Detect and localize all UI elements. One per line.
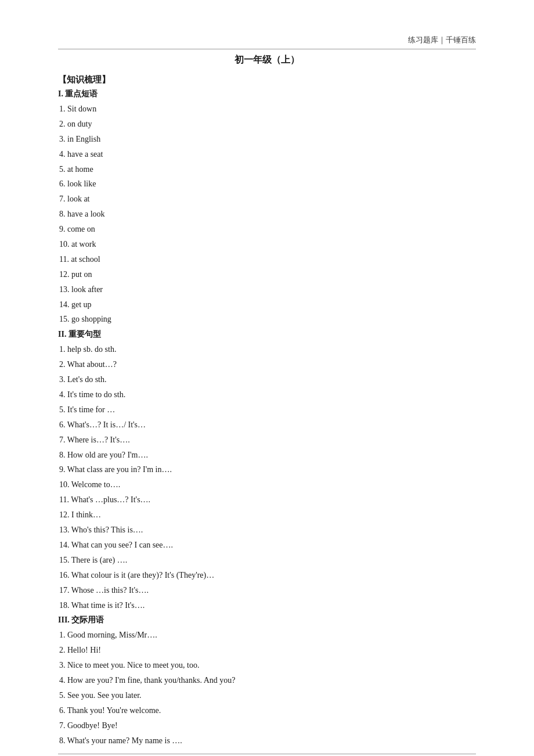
section1: I. 重点短语 1. Sit down 2. on duty 3. in Eng… xyxy=(58,89,476,327)
section1-items: 1. Sit down 2. on duty 3. in English 4. … xyxy=(58,102,476,327)
list-item: 3. Let's do sth. xyxy=(59,372,476,387)
list-item: 5. See you. See you later. xyxy=(59,688,476,703)
list-item: 2. Hello! Hi! xyxy=(59,643,476,658)
section1-heading: I. 重点短语 xyxy=(58,89,476,99)
list-item: 6. What's…? It is…/ It's… xyxy=(59,417,476,433)
section2: II. 重要句型 1. help sb. do sth. 2. What abo… xyxy=(58,329,476,613)
list-item: 11. What's …plus…? It's…. xyxy=(59,492,476,507)
list-item: 5. It's time for … xyxy=(59,402,476,417)
section3-items: 1. Good morning, Miss/Mr…. 2. Hello! Hi!… xyxy=(58,628,476,748)
list-item: 15. There is (are) …. xyxy=(59,553,476,568)
list-item: 6. look like xyxy=(59,177,476,192)
list-item: 3. in English xyxy=(59,132,476,147)
list-item: 8. How old are you? I'm…. xyxy=(59,448,476,463)
list-item: 6. Thank you! You're welcome. xyxy=(59,703,476,718)
list-item: 4. It's time to do sth. xyxy=(59,387,476,402)
footer: word 版本｜实用可编辑 1 xyxy=(58,754,476,756)
list-item: 7. Goodbye! Bye! xyxy=(59,718,476,733)
list-item: 1. Sit down xyxy=(59,102,476,117)
section3: III. 交际用语 1. Good morning, Miss/Mr…. 2. … xyxy=(58,615,476,748)
list-item: 10. Welcome to…. xyxy=(59,477,476,492)
list-item: 2. on duty xyxy=(59,117,476,132)
list-item: 7. look at xyxy=(59,192,476,207)
page: 练习题库｜千锤百练 初一年级（上） 【知识梳理】 I. 重点短语 1. Sit … xyxy=(0,0,534,756)
list-item: 13. look after xyxy=(59,282,476,297)
list-item: 1. help sb. do sth. xyxy=(59,342,476,357)
list-item: 8. What's your name? My name is …. xyxy=(59,733,476,748)
section3-heading: III. 交际用语 xyxy=(58,615,476,625)
list-item: 4. have a seat xyxy=(59,147,476,162)
list-item: 7. Where is…? It's…. xyxy=(59,433,476,448)
section2-heading: II. 重要句型 xyxy=(58,329,476,340)
list-item: 10. at work xyxy=(59,237,476,252)
list-item: 15. go shopping xyxy=(59,312,476,327)
list-item: 14. get up xyxy=(59,297,476,312)
list-item: 8. have a look xyxy=(59,207,476,222)
list-item: 18. What time is it? It's…. xyxy=(59,598,476,613)
list-item: 5. at home xyxy=(59,162,476,177)
list-item: 14. What can you see? I can see…. xyxy=(59,538,476,553)
list-item: 16. What colour is it (are they)? It's (… xyxy=(59,568,476,583)
list-item: 3. Nice to meet you. Nice to meet you, t… xyxy=(59,658,476,673)
list-item: 1. Good morning, Miss/Mr…. xyxy=(59,628,476,643)
list-item: 13. Who's this? This is…. xyxy=(59,523,476,538)
knowledge-heading: 【知识梳理】 xyxy=(58,74,476,85)
page-title: 初一年级（上） xyxy=(58,54,476,66)
list-item: 17. Whose …is this? It's…. xyxy=(59,583,476,598)
list-item: 9. What class are you in? I'm in…. xyxy=(59,462,476,477)
list-item: 9. come on xyxy=(59,222,476,237)
list-item: 4. How are you? I'm fine, thank you/than… xyxy=(59,673,476,688)
header-brand: 练习题库｜千锤百练 xyxy=(58,35,476,49)
list-item: 2. What about…? xyxy=(59,357,476,372)
list-item: 12. I think… xyxy=(59,507,476,523)
list-item: 12. put on xyxy=(59,267,476,282)
list-item: 11. at school xyxy=(59,252,476,267)
section2-items: 1. help sb. do sth. 2. What about…? 3. L… xyxy=(58,342,476,613)
